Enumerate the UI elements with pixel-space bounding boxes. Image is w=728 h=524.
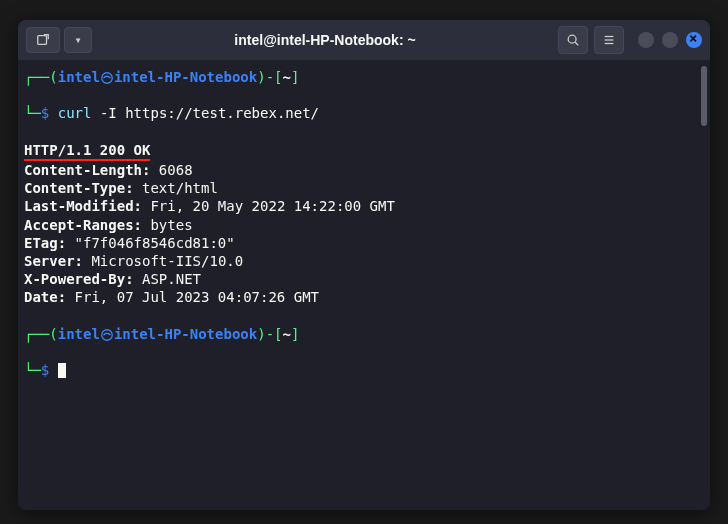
new-tab-icon [36, 33, 50, 47]
svg-point-1 [568, 35, 576, 43]
chevron-down-icon: ▾ [74, 33, 81, 47]
kali-icon-2 [100, 328, 114, 342]
prompt-host: intel-HP-Notebook [114, 69, 257, 85]
minimize-button[interactable] [638, 32, 654, 48]
svg-line-2 [575, 42, 578, 45]
prompt-path-close: ] [291, 69, 299, 85]
hamburger-icon [602, 33, 616, 47]
prompt-corner-bottom-2: └─ [24, 362, 41, 378]
svg-rect-0 [38, 36, 47, 45]
prompt-user: intel [58, 69, 100, 85]
window-title: intel@intel-HP-Notebook: ~ [98, 32, 552, 48]
prompt-path-close-2: ] [291, 326, 299, 342]
titlebar-right [558, 26, 702, 54]
prompt-corner-bottom: └─ [24, 105, 41, 121]
search-icon [566, 33, 580, 47]
prompt-path-open: [ [274, 69, 282, 85]
http-status-line: HTTP/1.1 200 OK [24, 141, 150, 161]
prompt-path-2: ~ [283, 326, 291, 342]
prompt-path: ~ [283, 69, 291, 85]
svg-point-7 [102, 329, 113, 340]
new-tab-button[interactable] [26, 27, 60, 53]
terminal-body[interactable]: ┌──(intelintel-HP-Notebook)-[~] └─$ curl… [18, 60, 710, 510]
prompt-open: ( [49, 69, 57, 85]
prompt-corner-top: ┌── [24, 69, 49, 85]
close-button[interactable] [686, 32, 702, 48]
prompt-close-2: ) [257, 326, 265, 342]
kali-icon [100, 71, 114, 85]
prompt-dash-2: - [266, 326, 274, 342]
svg-point-6 [102, 73, 113, 84]
terminal-window: ▾ intel@intel-HP-Notebook: ~ [18, 20, 710, 510]
prompt-path-open-2: [ [274, 326, 282, 342]
terminal-content: ┌──(intelintel-HP-Notebook)-[~] └─$ curl… [24, 68, 704, 379]
response-headers: Content-Length: 6068 Content-Type: text/… [24, 162, 395, 305]
prompt-dash: - [266, 69, 274, 85]
window-controls [638, 32, 702, 48]
titlebar-left: ▾ [26, 27, 92, 53]
search-button[interactable] [558, 26, 588, 54]
command-args: -I https://test.rebex.net/ [91, 105, 319, 121]
prompt-close: ) [257, 69, 265, 85]
dropdown-button[interactable]: ▾ [64, 27, 92, 53]
prompt-open-2: ( [49, 326, 57, 342]
cursor [58, 363, 66, 378]
scrollbar[interactable] [701, 66, 707, 126]
prompt-host-2: intel-HP-Notebook [114, 326, 257, 342]
maximize-button[interactable] [662, 32, 678, 48]
prompt-corner-top-2: ┌── [24, 326, 49, 342]
prompt-user-2: intel [58, 326, 100, 342]
command-name: curl [58, 105, 92, 121]
menu-button[interactable] [594, 26, 624, 54]
titlebar: ▾ intel@intel-HP-Notebook: ~ [18, 20, 710, 60]
